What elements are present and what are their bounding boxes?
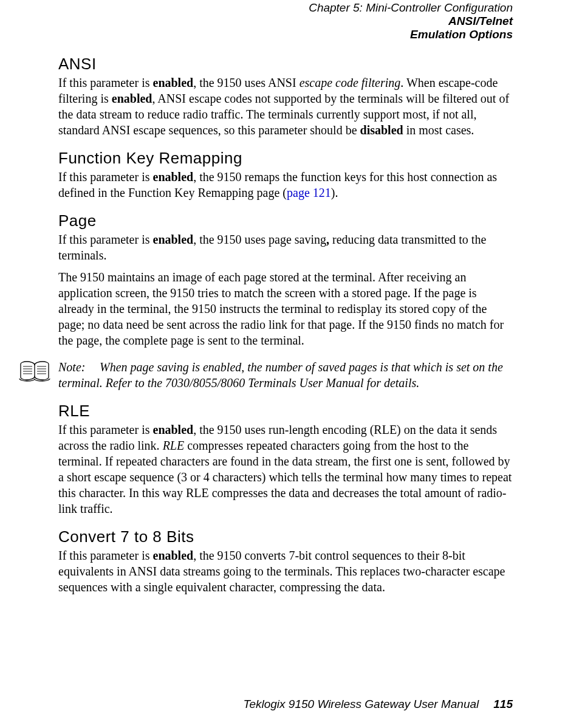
- text: If this parameter is: [58, 170, 153, 184]
- note-block: Note:When page saving is enabled, the nu…: [18, 359, 513, 391]
- note-text: Note:When page saving is enabled, the nu…: [58, 359, 513, 391]
- text: If this parameter is: [58, 233, 153, 246]
- page-link[interactable]: page 121: [287, 186, 331, 199]
- page-header: Chapter 5: Mini-Controller Configuration…: [58, 0, 513, 41]
- text: If this parameter is: [58, 549, 153, 562]
- section-title-convert: Convert 7 to 8 Bits: [58, 527, 513, 546]
- page-footer: Teklogix 9150 Wireless Gateway User Manu…: [244, 698, 513, 711]
- section-title-rle: RLE: [58, 402, 513, 421]
- section-title-page: Page: [58, 211, 513, 230]
- text-bold: enabled: [153, 423, 194, 436]
- fkey-paragraph: If this parameter is enabled, the 9150 r…: [58, 169, 513, 201]
- note-body: When page saving is enabled, the number …: [58, 360, 503, 390]
- footer-page-number: 115: [493, 698, 513, 710]
- text-bold: enabled: [153, 549, 194, 562]
- page-paragraph-1: If this parameter is enabled, the 9150 u…: [58, 232, 513, 263]
- text-bold: disabled: [360, 123, 403, 137]
- text: in most cases.: [403, 123, 474, 137]
- text-bold: enabled: [153, 170, 194, 184]
- text-bold: enabled: [153, 76, 194, 89]
- page: Chapter 5: Mini-Controller Configuration…: [0, 0, 565, 728]
- footer-book-title: Teklogix 9150 Wireless Gateway User Manu…: [244, 698, 479, 710]
- page-paragraph-2: The 9150 maintains an image of each page…: [58, 269, 513, 348]
- book-icon: [18, 360, 51, 382]
- header-subtitle-1: ANSI/Telnet: [58, 15, 513, 28]
- text: ).: [331, 186, 338, 199]
- text: If this parameter is: [58, 423, 153, 436]
- section-title-ansi: ANSI: [58, 55, 513, 74]
- text-italic: escape code filtering: [300, 76, 401, 89]
- text: , the 9150 uses ANSI: [193, 76, 299, 89]
- text-bold: enabled: [153, 233, 194, 246]
- header-subtitle-2: Emulation Options: [58, 28, 513, 41]
- chapter-label: Chapter 5: Mini-Controller Configuration: [58, 1, 513, 15]
- convert-paragraph: If this parameter is enabled, the 9150 c…: [58, 548, 513, 595]
- rle-paragraph: If this parameter is enabled, the 9150 u…: [58, 422, 513, 517]
- text: If this parameter is: [58, 76, 153, 89]
- text: , the 9150 uses page saving: [193, 233, 326, 246]
- note-label: Note:: [58, 359, 100, 375]
- section-title-fkey: Function Key Remapping: [58, 149, 513, 168]
- text-bold: enabled: [112, 92, 152, 105]
- ansi-paragraph: If this parameter is enabled, the 9150 u…: [58, 75, 513, 138]
- text-italic: RLE: [163, 439, 185, 452]
